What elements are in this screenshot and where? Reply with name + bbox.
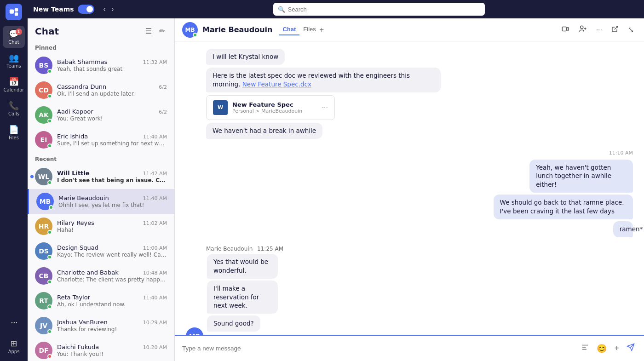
calls-icon: 📞 — [9, 101, 19, 110]
avatar-hilary: HR — [35, 218, 52, 235]
contact-time-hilary: 11:02 AM — [143, 220, 167, 226]
contact-preview-design: Kayo: The review went really well! Can't… — [57, 252, 167, 258]
chat-item-aadi[interactable]: AK Aadi Kapoor 6/2 You: Great work! — [28, 103, 174, 127]
send-button[interactable] — [625, 341, 637, 355]
rail-files-label: Files — [9, 135, 19, 140]
chat-item-babak[interactable]: BS Babak Shammas 11:32 AM Yeah, that sou… — [28, 53, 174, 78]
contact-preview-will: I don't see that being an issue. Can you… — [57, 177, 167, 183]
marie-msg-group: Marie Beaudouin 11:25 AM MB Yes that wou… — [186, 246, 633, 335]
status-cassandra — [47, 94, 52, 98]
expand-button[interactable]: ⤡ — [625, 23, 637, 37]
svg-line-4 — [615, 26, 618, 29]
out-group-1: Yeah, we haven't gotten lunch together i… — [186, 160, 633, 237]
chat-info-babak: Babak Shammas 11:32 AM Yeah, that sounds… — [57, 58, 167, 72]
status-design — [47, 255, 52, 259]
rail-item-calls[interactable]: 📞 Calls — [3, 97, 25, 120]
spec-link[interactable]: New Feature Spec.dcx — [242, 80, 311, 88]
contact-time-will: 11:42 AM — [143, 171, 167, 177]
avatar-charlotte: CB — [35, 267, 52, 285]
contact-preview-reta: Ah, ok I understand now. — [57, 301, 167, 308]
emoji-button[interactable]: 😊 — [595, 342, 609, 355]
rail-item-apps[interactable]: ⊞ Apps — [3, 335, 25, 357]
avatar-cassandra: CD — [35, 81, 52, 99]
chat-item-design[interactable]: DS Design Squad 11:00 AM Kayo: The revie… — [28, 239, 174, 264]
rail-apps-label: Apps — [8, 349, 20, 354]
new-teams-toggle[interactable] — [78, 5, 94, 14]
contact-preview-babak: Yeah, that sounds great — [57, 66, 167, 72]
chat-item-daichi[interactable]: DF Daichi Fukuda 10:20 AM You: Thank you… — [28, 338, 174, 361]
chat-item-will[interactable]: WL Will Little 11:42 AM I don't see that… — [28, 164, 174, 189]
add-people-button[interactable] — [576, 22, 590, 38]
popout-button[interactable] — [609, 23, 621, 37]
status-charlotte — [47, 280, 52, 284]
contact-preview-marie: Ohhh I see, yes let me fix that! — [58, 202, 167, 208]
svg-rect-2 — [15, 12, 18, 16]
avatar-eric: EI — [35, 131, 52, 149]
search-input[interactable] — [288, 6, 480, 13]
file-more-button[interactable]: ··· — [322, 104, 328, 111]
compose-button[interactable]: ✏ — [157, 25, 167, 37]
tab-add-button[interactable]: + — [320, 24, 324, 35]
rail-item-chat[interactable]: 1 💬 Chat — [3, 26, 25, 48]
chat-item-eric[interactable]: EI Eric Ishida 11:40 AM Sure, I'll set u… — [28, 127, 174, 152]
app-title: New Teams — [33, 6, 74, 13]
avatar-joshua: JV — [35, 317, 52, 334]
filter-button[interactable]: ☰ — [144, 25, 154, 37]
marie-chat-avatar: MB — [186, 327, 203, 335]
contact-time-reta: 11:40 AM — [143, 295, 167, 301]
avatar-babak: BS — [35, 57, 52, 74]
chat-item-charlotte[interactable]: CB Charlotte and Babak 10:48 AM Charlott… — [28, 264, 174, 288]
contact-name-babak: Babak Shammas — [57, 58, 107, 65]
more-options-button[interactable]: ··· — [593, 23, 605, 37]
nav-arrows: ‹ › — [102, 3, 116, 15]
unread-indicator-will — [30, 175, 34, 178]
contact-preview-hilary: Haha! — [57, 227, 167, 233]
video-call-button[interactable] — [558, 22, 572, 38]
chat-panel-contact-name: Marie Beaudouin — [202, 25, 272, 34]
chat-item-reta[interactable]: RT Reta Taylor 11:40 AM Ah, ok I underst… — [28, 288, 174, 313]
timestamp-1110: 11:10 AM — [186, 150, 633, 156]
chat-item-marie[interactable]: MB Marie Beaudouin 11:40 AM Ohhh I see, … — [28, 189, 174, 214]
message-input-area: 😊 + — [175, 335, 644, 361]
status-will — [47, 180, 52, 185]
messages-area: I will let Krystal know Here is the late… — [175, 41, 644, 335]
contact-time-eric: 11:40 AM — [143, 134, 167, 140]
app-title-area: New Teams — [33, 5, 94, 14]
file-path: Personal > MarieBeaudouin — [232, 108, 317, 114]
nav-forward[interactable]: › — [109, 3, 115, 15]
contact-name-charlotte: Charlotte and Babak — [57, 269, 119, 276]
attach-button[interactable]: + — [612, 342, 621, 355]
status-reta — [47, 304, 52, 309]
contact-name-daichi: Daichi Fukuda — [57, 344, 99, 350]
chat-badge: 1 — [16, 29, 22, 35]
contact-name-reta: Reta Taylor — [57, 294, 90, 301]
chat-item-hilary[interactable]: HR Hilary Reyes 11:02 AM Haha! — [28, 214, 174, 239]
contact-preview-aadi: You: Great work! — [57, 115, 167, 122]
status-babak — [47, 69, 52, 74]
format-button[interactable] — [579, 341, 591, 355]
tab-files[interactable]: Files — [299, 24, 319, 35]
chat-panel-header: MB Marie Beaudouin Chat Files + ··· — [175, 18, 644, 41]
file-name: New Feature Spec — [232, 101, 317, 108]
file-card: W New Feature Spec Personal > MarieBeaud… — [206, 95, 335, 120]
contact-name-marie: Marie Beaudouin — [58, 195, 109, 201]
contact-time-joshua: 10:29 AM — [143, 320, 167, 326]
rail-item-more[interactable]: ··· — [3, 311, 25, 333]
tab-chat[interactable]: Chat — [279, 24, 299, 35]
chat-panel-avatar: MB — [182, 22, 198, 38]
rail-item-files[interactable]: 📄 Files — [3, 121, 25, 143]
rail-item-calendar[interactable]: 📅 Calendar — [3, 74, 25, 96]
contact-name-aadi: Aadi Kapoor — [57, 108, 93, 115]
contact-name-design: Design Squad — [57, 244, 98, 251]
calendar-icon: 📅 — [9, 77, 19, 86]
msg-bubble-1: I will let Krystal know — [206, 49, 285, 65]
chat-item-joshua[interactable]: JV Joshua VanBuren 10:29 AM Thanks for r… — [28, 313, 174, 338]
contact-preview-daichi: You: Thank you!! — [57, 351, 167, 357]
message-input[interactable] — [182, 345, 575, 352]
contact-name-will: Will Little — [57, 170, 90, 177]
status-eric — [47, 143, 52, 148]
rail-item-teams[interactable]: 👥 Teams — [3, 50, 25, 72]
chat-item-cassandra[interactable]: CD Cassandra Dunn 6/2 Ok. I'll send an u… — [28, 78, 174, 103]
nav-back[interactable]: ‹ — [102, 3, 108, 15]
main-container: Chat ☰ ✏ Pinned BS Babak Shammas 11:32 A… — [28, 18, 644, 361]
